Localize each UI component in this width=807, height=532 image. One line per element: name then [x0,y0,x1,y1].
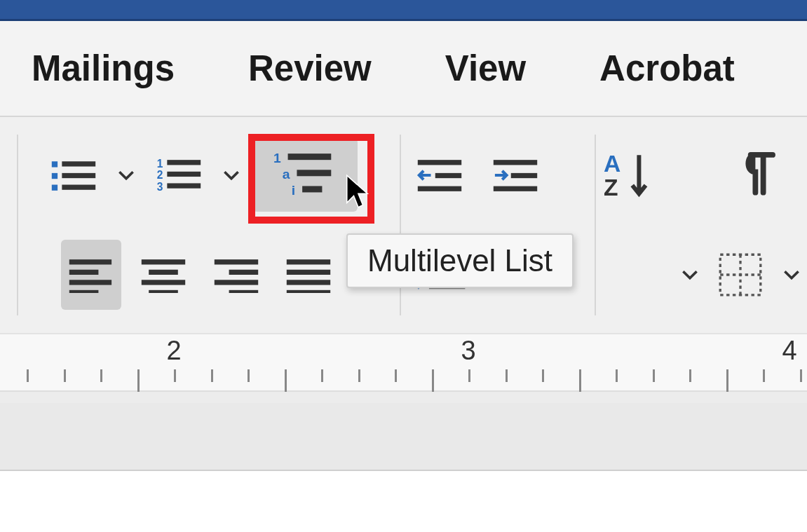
shading-dropdown[interactable] [681,240,698,310]
document-page[interactable] [0,470,807,532]
decrease-indent-icon [416,157,463,193]
svg-rect-21 [494,160,537,165]
svg-rect-0 [52,161,57,167]
ribbon-row-top: 1 2 3 1 a i [42,138,800,212]
svg-rect-11 [167,183,201,188]
group-divider [17,135,18,315]
svg-rect-3 [62,172,95,177]
svg-rect-5 [62,184,95,189]
increase-indent-button[interactable] [484,140,547,210]
ruler-tick-major [726,369,728,392]
sort-icon: A Z [604,150,654,200]
ruler-mark: 2 [166,336,181,366]
ruler-tick-minor [506,369,508,382]
numbering-button[interactable]: 1 2 3 [147,140,210,210]
align-left-icon [68,257,114,293]
svg-rect-1 [62,161,95,166]
numbering-icon: 1 2 3 [156,157,202,193]
ribbon: 1 2 3 1 a i [0,116,807,333]
svg-rect-7 [167,160,201,165]
svg-rect-33 [149,290,179,293]
align-center-button[interactable] [134,240,194,310]
ruler-tick-minor [616,369,618,382]
justify-button[interactable] [278,240,338,310]
svg-text:Z: Z [604,174,618,200]
multilevel-list-button[interactable]: 1 a i [252,138,358,212]
svg-rect-22 [511,172,537,177]
ruler-tick-minor [542,369,544,382]
ruler-tick-minor [468,369,470,382]
document-background [0,403,807,470]
ruler-tick-minor [395,369,397,382]
align-right-icon [213,257,259,293]
bullets-button[interactable] [42,140,105,210]
svg-text:1: 1 [157,157,163,169]
svg-rect-31 [149,270,179,275]
align-center-icon [140,257,187,293]
align-right-button[interactable] [206,240,266,310]
multilevel-list-icon: 1 a i [273,150,337,200]
svg-rect-40 [287,280,330,285]
ribbon-tab-strip: Mailings Review View Acrobat [0,21,807,116]
svg-text:3: 3 [157,180,163,192]
titlebar: Document1 [0,0,807,21]
borders-dropdown[interactable] [783,240,800,310]
ruler-tick-major [285,369,287,392]
svg-rect-35 [229,270,258,275]
svg-rect-23 [494,186,537,191]
ruler-tick-minor [689,369,691,382]
show-hide-button[interactable] [728,140,791,210]
bullets-dropdown[interactable] [118,140,135,210]
svg-rect-34 [215,259,258,264]
svg-rect-15 [297,170,331,176]
chevron-down-icon [118,167,135,184]
ruler-mark: 4 [782,336,796,366]
decrease-indent-button[interactable] [408,140,471,210]
svg-rect-20 [418,186,461,191]
svg-rect-39 [287,270,330,275]
svg-rect-41 [287,290,330,293]
borders-icon [719,253,762,296]
chevron-down-icon [681,266,698,283]
svg-rect-37 [229,290,258,293]
tooltip-text: Multilevel List [367,243,552,278]
svg-rect-27 [69,270,99,275]
tooltip: Multilevel List [346,233,574,288]
ruler-tick-minor [247,369,250,382]
svg-rect-17 [302,186,322,192]
ruler-tick-minor [100,369,102,382]
svg-rect-2 [52,172,57,178]
tab-mailings[interactable]: Mailings [32,48,175,89]
justify-icon [285,257,332,293]
ruler[interactable]: 2 3 4 [0,333,807,403]
svg-rect-36 [215,280,258,285]
ruler-edge [0,390,807,403]
numbering-dropdown[interactable] [223,140,240,210]
align-left-button[interactable] [61,240,121,310]
ruler-tick-minor [800,369,802,382]
ruler-tick-minor [321,369,323,382]
ruler-tick-minor [27,369,29,382]
svg-rect-18 [418,160,461,165]
tab-view[interactable]: View [445,48,526,89]
ruler-tick-minor [653,369,655,382]
tab-acrobat[interactable]: Acrobat [599,48,735,89]
ruler-tick-minor [174,369,176,382]
bullets-icon [50,157,97,193]
ruler-tick-minor [763,369,765,382]
ruler-tick-major [137,369,140,392]
svg-rect-29 [69,290,99,293]
ruler-tick-major [432,369,434,392]
chevron-down-icon [783,266,800,283]
svg-text:A: A [604,151,620,177]
svg-text:1: 1 [273,151,281,165]
ruler-mark: 3 [461,336,475,366]
ruler-tick-minor [358,369,360,382]
tab-review[interactable]: Review [248,48,372,89]
svg-rect-13 [288,154,332,160]
ruler-tick-minor [211,369,213,382]
borders-button[interactable] [711,240,771,310]
sort-button[interactable]: A Z [597,140,660,210]
ruler-tick-major [579,369,581,392]
chevron-down-icon [223,167,240,184]
